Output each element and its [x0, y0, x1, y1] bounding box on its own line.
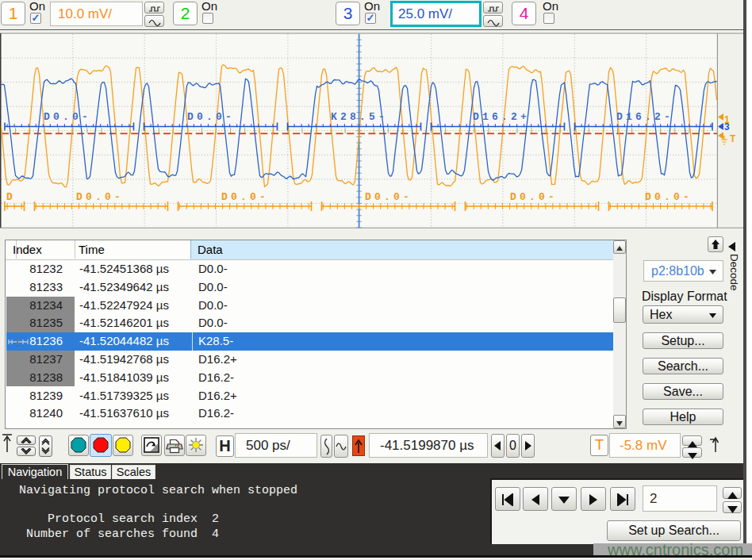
svg-text:D0.0-: D0.0- — [76, 191, 124, 203]
svg-text:T: T — [730, 133, 736, 144]
svg-text:Decode: Decode — [728, 254, 740, 291]
svg-text:D0.0-: D0.0- — [187, 111, 235, 123]
svg-text:D0.0-: D0.0- — [221, 191, 269, 203]
svg-text:D: D — [6, 191, 16, 203]
svg-text:D16.2+: D16.2+ — [473, 111, 530, 123]
svg-text:D16.2-: D16.2- — [616, 111, 673, 123]
svg-text:D0.0-: D0.0- — [645, 191, 693, 203]
svg-text:K28.5-: K28.5- — [331, 111, 388, 123]
svg-text:D0.0-: D0.0- — [44, 111, 91, 123]
svg-text:D0.0-: D0.0- — [365, 191, 412, 203]
svg-text:D0.0-: D0.0- — [510, 191, 558, 203]
svg-text:3: 3 — [724, 121, 730, 132]
